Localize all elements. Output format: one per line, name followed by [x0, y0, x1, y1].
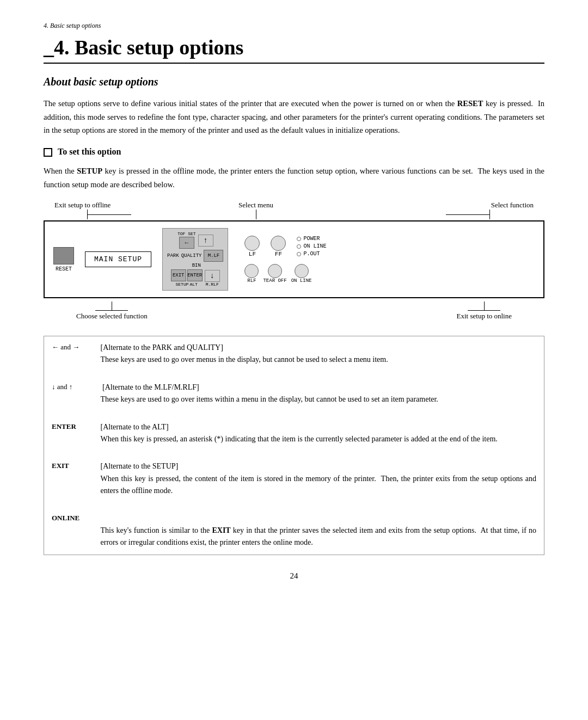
- key-online: ONLINE: [44, 507, 93, 555]
- on-line-light-label: ON LINE: [303, 243, 326, 249]
- label-choose-selected: Choose selected function: [76, 312, 148, 321]
- quality-label: QUALITY: [181, 253, 202, 259]
- key-enter-desc: [Alternate to the ALT] When this key is …: [93, 416, 544, 451]
- ff-key: FF: [271, 236, 286, 257]
- key-lr-arrows: ← and →: [44, 336, 93, 372]
- right-panel: LF FF POWER ON LINE: [244, 236, 326, 284]
- ff-button: [271, 236, 286, 251]
- label-exit-setup-offline: Exit setup to offline: [54, 201, 131, 219]
- table-row-exit: EXIT [Alternate to the SETUP] When this …: [44, 455, 544, 502]
- down-arrow-key: ↓ M.RLF: [205, 270, 220, 287]
- spacer-3: [44, 451, 544, 455]
- subsection-title-text: To set this option: [58, 147, 121, 157]
- key-lr-desc: [Alternate to the PARK and QUALITY] Thes…: [93, 336, 544, 372]
- key-exit: EXIT: [44, 455, 93, 502]
- key-ud-arrows: ↓ and ↑: [44, 376, 93, 411]
- bin-label: BIN: [192, 263, 201, 268]
- park-label: PARK: [167, 253, 179, 259]
- key-enter: ENTER: [44, 416, 93, 451]
- intro-paragraph: The setup options serve to define variou…: [44, 97, 544, 137]
- key-online-desc: This key's function is similar to the EX…: [93, 507, 544, 555]
- checkbox-icon: [44, 148, 52, 157]
- key-function-table: ← and → [Alternate to the PARK and QUALI…: [44, 336, 544, 555]
- up-arrow-key: ↑: [198, 235, 213, 247]
- page-number: 24: [44, 571, 544, 581]
- key-ud-desc: [Alternate to the M.LF/M.RLF] These keys…: [93, 376, 544, 411]
- tof-set-key: TOF SET ←: [177, 232, 196, 249]
- lf-button: [244, 236, 260, 251]
- setup-sublabel: SETUP: [176, 282, 189, 287]
- table-row-enter: ENTER [Alternate to the ALT] When this k…: [44, 416, 544, 451]
- table-row-online: ONLINE This key's function is similar to…: [44, 507, 544, 555]
- alt-sublabel: ALT: [190, 282, 198, 287]
- section-title: About basic setup options: [44, 76, 544, 88]
- bottom-labels: Choose selected function Exit setup to o…: [44, 301, 544, 321]
- spacer-1: [44, 372, 544, 376]
- printer-box: RESET MAIN SETUP TOF SET ← ↑ PARK QUALIT…: [44, 220, 544, 298]
- mrlf-label: M.RLF: [206, 282, 219, 287]
- exit-enter-keys: EXIT ENTER SETUP ALT: [171, 269, 203, 287]
- exit-key: EXIT: [171, 269, 186, 281]
- tear-off-key: TEAR OFF: [263, 264, 286, 284]
- spacer-2: [44, 411, 544, 416]
- lights-panel: POWER ON LINE P.OUT: [297, 236, 326, 257]
- lf-key: LF: [244, 236, 260, 257]
- on-line-key: ON LINE: [291, 264, 312, 284]
- reset-square: [53, 247, 74, 264]
- mlf-key: M.LF: [204, 250, 223, 262]
- table-row-ud-arrows: ↓ and ↑ [Alternate to the M.LF/M.RLF] Th…: [44, 376, 544, 411]
- spacer-4: [44, 503, 544, 507]
- power-light-label: POWER: [303, 236, 320, 242]
- reset-button-area: RESET: [53, 247, 74, 272]
- label-select-menu: Select menu: [238, 201, 273, 219]
- main-setup-box: MAIN SETUP: [85, 251, 151, 267]
- center-key-cluster: TOF SET ← ↑ PARK QUALITY M.LF BIN: [162, 228, 228, 291]
- subsection-header: To set this option: [44, 147, 544, 157]
- enter-key: ENTER: [187, 269, 203, 281]
- p-out-light-label: P.OUT: [303, 251, 320, 257]
- label-select-function: Select function: [446, 201, 534, 219]
- table-row-lr-arrows: ← and → [Alternate to the PARK and QUALI…: [44, 336, 544, 372]
- rlf-key: RLF: [244, 264, 259, 284]
- chapter-title: _4. Basic setup options: [44, 35, 544, 64]
- reset-label: RESET: [56, 266, 72, 272]
- key-exit-desc: [Alternate to the SETUP] When this key i…: [93, 455, 544, 502]
- label-exit-setup-online: Exit setup to online: [457, 312, 512, 321]
- breadcrumb: 4. Basic setup options: [44, 22, 544, 30]
- setup-paragraph: When the SETUP key is pressed in the off…: [44, 164, 544, 191]
- printer-diagram-container: Exit setup to offline Select menu Select…: [44, 201, 544, 321]
